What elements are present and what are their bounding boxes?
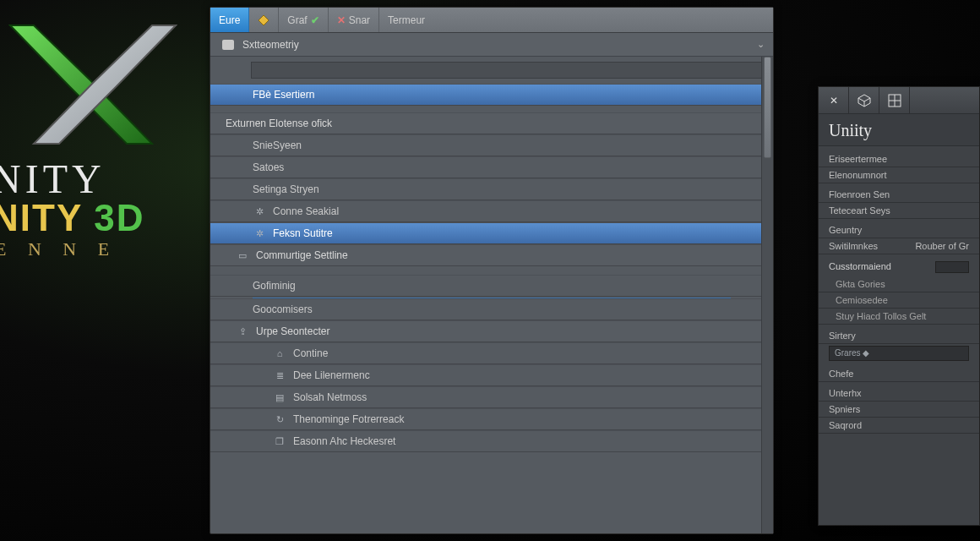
settings-window: Eure Graf ✔ ✕ Snar Termeur ⌄ FBè Ese	[210, 7, 774, 534]
inspector-row[interactable]: Unterhx	[819, 385, 979, 402]
inspector-row[interactable]: Floenroen Sen	[819, 187, 979, 203]
svg-marker-3	[858, 95, 870, 101]
group-label: Exturnen Elotense ofick	[226, 117, 332, 129]
settings-item[interactable]: ⌂Contine	[210, 342, 773, 364]
toolbar-eure-button[interactable]: Eure	[210, 8, 249, 32]
tag-icon: ⌂	[273, 347, 286, 359]
toolbar-snar-button[interactable]: ✕ Snar	[329, 8, 379, 32]
gear-icon: ✲	[253, 227, 266, 239]
settings-item[interactable]: Goocomisers	[210, 298, 773, 320]
arrow-icon: ⇪	[236, 325, 249, 337]
inspector-title: Uniity	[819, 114, 979, 146]
settings-item[interactable]: ❐Easonn Ahc Heckesret	[210, 430, 773, 452]
refresh-icon: ↻	[273, 413, 286, 425]
inspector-row[interactable]: Cemiosedee	[819, 292, 979, 309]
page-icon: ▭	[236, 249, 249, 261]
brand-wordmark-1: NITY	[0, 156, 194, 202]
settings-group-connector[interactable]: ⇪ Urpe Seontecter	[210, 320, 773, 342]
inspector-row[interactable]: Switilmnkes Rouber of Gr	[819, 238, 979, 254]
inspector-row[interactable]: Spniers	[819, 402, 979, 418]
settings-item[interactable]: ▤Solsah Netmoss	[210, 386, 773, 408]
settings-group-community[interactable]: ▭ Commurtige Settline	[210, 244, 773, 266]
inspector-row[interactable]: Elenonumnort	[819, 167, 979, 183]
diamond-icon	[258, 14, 270, 26]
settings-group-extension[interactable]: Exturnen Elotense ofick	[210, 112, 773, 134]
settings-item-selected[interactable]: FBè Esertiern	[210, 84, 773, 106]
inspector-row[interactable]: Eriseertermee	[819, 151, 979, 167]
inspector-row[interactable]: Geuntry	[819, 222, 979, 238]
image-icon: ▤	[273, 391, 286, 403]
brand-subtitle: E N N E	[0, 238, 194, 260]
svg-marker-2	[259, 15, 269, 25]
inspector-tab-grid[interactable]	[879, 87, 910, 114]
settings-item[interactable]: ↻Thenominge Fotrerreack	[210, 408, 773, 430]
settings-item[interactable]: Setinga Stryen	[210, 178, 773, 200]
toolbar-diamond-button[interactable]	[249, 8, 279, 32]
wand-icon: ✕	[830, 95, 838, 107]
scrollbar-thumb[interactable]	[764, 57, 771, 158]
inspector-row[interactable]: Gkta Gories	[819, 276, 979, 292]
breadcrumb-input[interactable]	[242, 39, 749, 51]
layers-icon: ❐	[273, 435, 286, 447]
grid-icon	[888, 94, 901, 107]
inspector-tabs: ✕	[819, 87, 979, 114]
settings-item[interactable]: Gofiminig	[210, 275, 773, 297]
inspector-row[interactable]: Chefe	[819, 366, 979, 382]
breadcrumb-bar[interactable]: ⌄	[210, 33, 773, 57]
inspector-row[interactable]: Stuy Hiacd Tollos Gelt	[819, 309, 979, 325]
gear-icon: ✲	[253, 205, 266, 217]
chevron-down-icon[interactable]: ⌄	[757, 39, 765, 50]
toolbar-grad-button[interactable]: Graf ✔	[279, 8, 328, 32]
brand-logo-x	[8, 17, 177, 152]
inspector-section-header[interactable]: Cusstormaiend	[819, 258, 979, 276]
color-swatch[interactable]	[935, 261, 969, 273]
settings-item-selected[interactable]: ✲ Feksn Sutitre	[210, 222, 773, 244]
filter-input[interactable]	[251, 62, 763, 79]
inspector-tab-cube[interactable]	[849, 87, 879, 114]
inspector-panel: ✕ Uniity Eriseertermee Elenonumnort Floe…	[818, 86, 980, 526]
svg-marker-0	[10, 25, 152, 144]
settings-item-label: FBè Esertiern	[253, 89, 314, 101]
folder-icon	[222, 40, 234, 50]
settings-item[interactable]: ≣Dee Lilenermenc	[210, 364, 773, 386]
brand-wordmark-2: NITY 3D	[0, 197, 194, 240]
group-label: Urpe Seontecter	[256, 325, 329, 337]
inspector-row[interactable]: Sirtery	[819, 328, 979, 344]
settings-item[interactable]: Satoes	[210, 156, 773, 178]
settings-item[interactable]: SnieSyeen	[210, 134, 773, 156]
toolbar: Eure Graf ✔ ✕ Snar Termeur	[210, 8, 773, 33]
group-label: Commurtige Settline	[256, 249, 348, 261]
inspector-row[interactable]: Teteceart Seys	[819, 203, 979, 219]
brand-logo-area: NITY NITY 3D E N N E	[0, 17, 194, 355]
cube-icon	[858, 94, 871, 107]
svg-marker-1	[34, 25, 176, 144]
check-icon: ✔	[311, 14, 319, 26]
list-icon: ≣	[273, 369, 286, 381]
toolbar-termeur-button[interactable]: Termeur	[379, 8, 433, 32]
settings-list: FBè Esertiern Exturnen Elotense ofick Sn…	[210, 84, 773, 533]
close-icon: ✕	[337, 14, 346, 26]
inspector-dropdown[interactable]: Grares ◆	[829, 346, 969, 361]
inspector-tab-tools[interactable]: ✕	[819, 87, 849, 114]
settings-item[interactable]: ✲ Conne Seakial	[210, 200, 773, 222]
scrollbar[interactable]	[761, 57, 773, 533]
inspector-row[interactable]: Saqrord	[819, 418, 979, 434]
